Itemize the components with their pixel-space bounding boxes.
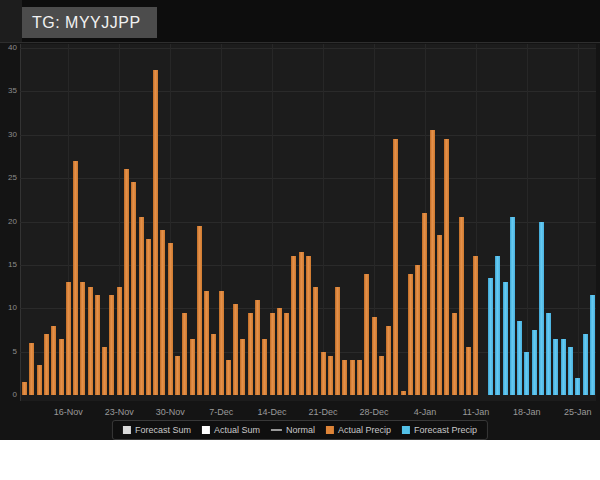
bar-actual-precip xyxy=(328,356,333,395)
bar-forecast-precip xyxy=(488,278,493,395)
y-tick-label: 0 xyxy=(0,391,17,399)
bar-actual-precip xyxy=(430,130,435,395)
y-tick-label: 5 xyxy=(0,348,17,356)
bar-actual-precip xyxy=(190,339,195,395)
bar-actual-precip xyxy=(22,382,27,395)
x-tick-label: 30-Nov xyxy=(148,407,192,417)
bar-actual-precip xyxy=(444,139,449,395)
panel-title: TG: MYYJJPP xyxy=(22,7,157,38)
bar-actual-precip xyxy=(255,300,260,395)
bar-actual-precip xyxy=(37,365,42,395)
legend-item-actual-sum[interactable]: Actual Sum xyxy=(202,425,260,435)
screenshot-root: TG: MYYJJPP 0510152025303540 16-Nov23-No… xyxy=(0,0,600,480)
top-strip: TG: MYYJJPP xyxy=(0,0,600,42)
bar-actual-precip xyxy=(95,295,100,395)
y-tick-label: 40 xyxy=(0,44,17,52)
bar-actual-precip xyxy=(182,313,187,395)
bar-forecast-precip xyxy=(510,217,515,395)
bar-actual-precip xyxy=(452,313,457,395)
bar-actual-precip xyxy=(233,304,238,395)
bar-actual-precip xyxy=(124,169,129,395)
bar-actual-precip xyxy=(131,182,136,395)
bar-forecast-precip xyxy=(590,295,595,395)
gridline-y-25 xyxy=(20,178,596,179)
x-tick-label: 16-Nov xyxy=(46,407,90,417)
legend: Forecast SumActual SumNormalActual Preci… xyxy=(112,420,488,440)
bar-actual-precip xyxy=(277,308,282,395)
y-tick-label: 10 xyxy=(0,304,17,312)
gridline-y-35 xyxy=(20,91,596,92)
legend-item-forecast-sum[interactable]: Forecast Sum xyxy=(123,425,191,435)
bar-forecast-precip xyxy=(583,334,588,395)
bar-forecast-precip xyxy=(495,256,500,395)
x-tick-label: 4-Jan xyxy=(403,407,447,417)
bottom-strip: www.website-dezhougames.com xyxy=(0,440,600,480)
legend-label: Forecast Precip xyxy=(414,425,477,435)
x-tick-label: 28-Dec xyxy=(352,407,396,417)
bar-actual-precip xyxy=(197,226,202,395)
bar-actual-precip xyxy=(466,347,471,395)
bar-actual-precip xyxy=(240,339,245,395)
bar-actual-precip xyxy=(88,287,93,395)
bar-actual-precip xyxy=(117,287,122,395)
bar-actual-precip xyxy=(342,360,347,395)
legend-line-icon xyxy=(271,429,282,431)
bar-actual-precip xyxy=(350,360,355,395)
chart-panel: 0510152025303540 16-Nov23-Nov30-Nov7-Dec… xyxy=(0,42,600,440)
bar-actual-precip xyxy=(109,295,114,395)
legend-item-forecast-precip[interactable]: Forecast Precip xyxy=(402,425,477,435)
legend-swatch-icon xyxy=(326,426,334,434)
bar-actual-precip xyxy=(473,256,478,395)
x-tick-label: 7-Dec xyxy=(199,407,243,417)
legend-item-normal[interactable]: Normal xyxy=(271,425,315,435)
gridline-y-30 xyxy=(20,135,596,136)
bar-actual-precip xyxy=(306,256,311,395)
bar-forecast-precip xyxy=(539,222,544,396)
bar-actual-precip xyxy=(372,317,377,395)
bar-forecast-precip xyxy=(546,313,551,395)
bar-actual-precip xyxy=(219,291,224,395)
bar-actual-precip xyxy=(29,343,34,395)
bar-actual-precip xyxy=(226,360,231,395)
y-tick-label: 25 xyxy=(0,174,17,182)
bar-actual-precip xyxy=(248,313,253,395)
legend-swatch-icon xyxy=(202,426,210,434)
x-tick-label: 21-Dec xyxy=(301,407,345,417)
bar-actual-precip xyxy=(364,274,369,395)
bar-actual-precip xyxy=(262,339,267,395)
bar-actual-precip xyxy=(153,70,158,395)
bar-actual-precip xyxy=(204,291,209,395)
x-tick-label: 25-Jan xyxy=(556,407,600,417)
bar-actual-precip xyxy=(284,313,289,395)
gridline-x xyxy=(323,44,324,395)
legend-swatch-icon xyxy=(402,426,410,434)
bar-actual-precip xyxy=(422,213,427,395)
gridline-x xyxy=(527,44,528,395)
bar-actual-precip xyxy=(146,239,151,395)
x-tick-label: 18-Jan xyxy=(505,407,549,417)
bar-forecast-precip xyxy=(517,321,522,395)
bar-actual-precip xyxy=(66,282,71,395)
bar-actual-precip xyxy=(299,252,304,395)
legend-label: Actual Sum xyxy=(214,425,260,435)
bar-actual-precip xyxy=(80,282,85,395)
bar-actual-precip xyxy=(437,235,442,395)
bar-forecast-precip xyxy=(575,378,580,395)
legend-label: Forecast Sum xyxy=(135,425,191,435)
bar-actual-precip xyxy=(160,230,165,395)
bar-actual-precip xyxy=(313,287,318,395)
bar-forecast-precip xyxy=(568,347,573,395)
legend-label: Normal xyxy=(286,425,315,435)
bar-actual-precip xyxy=(459,217,464,395)
bar-forecast-precip xyxy=(524,352,529,395)
bar-actual-precip xyxy=(175,356,180,395)
bar-actual-precip xyxy=(415,265,420,395)
bar-actual-precip xyxy=(379,356,384,395)
x-tick-label: 14-Dec xyxy=(250,407,294,417)
legend-item-actual-precip[interactable]: Actual Precip xyxy=(326,425,391,435)
y-tick-label: 30 xyxy=(0,131,17,139)
y-tick-label: 15 xyxy=(0,261,17,269)
bar-forecast-precip xyxy=(553,339,558,395)
bar-actual-precip xyxy=(291,256,296,395)
bar-actual-precip xyxy=(139,217,144,395)
